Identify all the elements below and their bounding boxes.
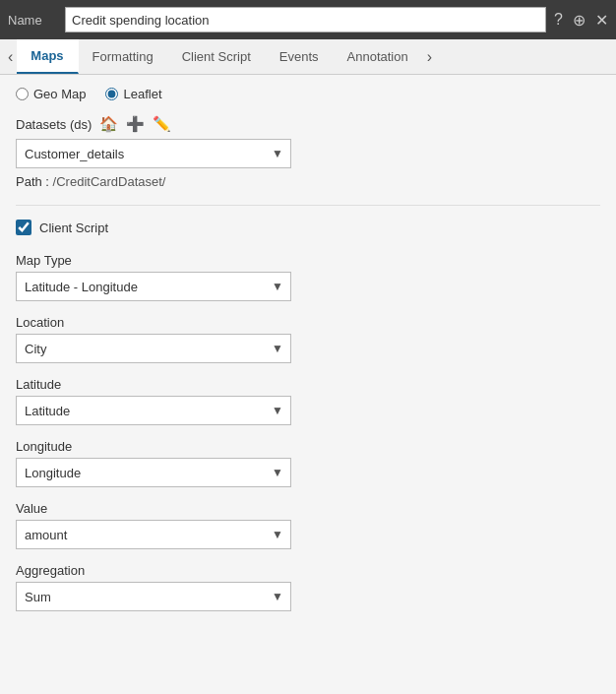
name-label: Name bbox=[8, 13, 57, 28]
datasets-row: Datasets (ds) 🏠 ➕ ✏️ bbox=[16, 115, 600, 133]
map-type-select-wrapper: Latitude - Longitude ▼ bbox=[16, 272, 291, 301]
leaflet-label: Leaflet bbox=[123, 87, 161, 101]
title-bar: Name ? ⊕ ✕ bbox=[0, 0, 616, 39]
value-select-wrapper: amount ▼ bbox=[16, 520, 291, 549]
map-type-label: Map Type bbox=[16, 253, 600, 268]
longitude-label: Longitude bbox=[16, 439, 600, 454]
aggregation-select[interactable]: Sum bbox=[16, 582, 291, 611]
longitude-group: Longitude Longitude ▼ bbox=[16, 439, 600, 487]
longitude-select[interactable]: Longitude bbox=[16, 458, 291, 487]
dataset-icon-group: 🏠 ➕ ✏️ bbox=[99, 115, 171, 133]
longitude-select-wrapper: Longitude ▼ bbox=[16, 458, 291, 487]
latitude-group: Latitude Latitude ▼ bbox=[16, 377, 600, 425]
latitude-select[interactable]: Latitude bbox=[16, 396, 291, 425]
geo-map-radio[interactable] bbox=[16, 88, 29, 100]
leaflet-radio[interactable] bbox=[105, 88, 118, 100]
main-content: Geo Map Leaflet Datasets (ds) 🏠 ➕ ✏️ Cus… bbox=[0, 75, 616, 694]
location-group: Location City ▼ bbox=[16, 315, 600, 363]
tab-events[interactable]: Events bbox=[266, 39, 334, 74]
datasets-select-wrapper: Customer_details ▼ bbox=[16, 139, 291, 168]
value-group: Value amount ▼ bbox=[16, 501, 600, 549]
path-row: Path : /CreditCardDataset/ bbox=[16, 174, 600, 189]
location-select-wrapper: City ▼ bbox=[16, 334, 291, 363]
datasets-label: Datasets (ds) bbox=[16, 117, 92, 132]
map-type-radio-row: Geo Map Leaflet bbox=[16, 87, 600, 101]
divider-1 bbox=[16, 205, 600, 206]
title-icons: ? ⊕ ✕ bbox=[554, 11, 608, 30]
leaflet-radio-item[interactable]: Leaflet bbox=[105, 87, 161, 101]
location-select[interactable]: City bbox=[16, 334, 291, 363]
map-type-group: Map Type Latitude - Longitude ▼ bbox=[16, 253, 600, 301]
map-type-select[interactable]: Latitude - Longitude bbox=[16, 272, 291, 301]
tab-maps[interactable]: Maps bbox=[17, 39, 78, 74]
move-icon[interactable]: ⊕ bbox=[573, 11, 585, 30]
client-script-checkbox[interactable] bbox=[16, 220, 31, 235]
path-value: /CreditCardDataset/ bbox=[53, 174, 166, 189]
aggregation-label: Aggregation bbox=[16, 563, 600, 578]
aggregation-group: Aggregation Sum ▼ bbox=[16, 563, 600, 611]
aggregation-select-wrapper: Sum ▼ bbox=[16, 582, 291, 611]
title-input[interactable] bbox=[65, 7, 546, 32]
client-script-label: Client Script bbox=[39, 221, 108, 235]
help-icon[interactable]: ? bbox=[554, 11, 563, 30]
tab-bar: ‹ Maps Formatting Client Script Events A… bbox=[0, 39, 616, 75]
value-select[interactable]: amount bbox=[16, 520, 291, 549]
add-dataset-icon[interactable]: ➕ bbox=[126, 115, 145, 133]
datasets-select[interactable]: Customer_details bbox=[16, 139, 291, 168]
location-label: Location bbox=[16, 315, 600, 330]
close-icon[interactable]: ✕ bbox=[595, 11, 608, 30]
path-label: Path : bbox=[16, 174, 49, 189]
tab-client-script[interactable]: Client Script bbox=[168, 39, 266, 74]
geo-map-label: Geo Map bbox=[33, 87, 86, 101]
latitude-label: Latitude bbox=[16, 377, 600, 392]
value-label: Value bbox=[16, 501, 600, 516]
edit-dataset-icon[interactable]: ✏️ bbox=[153, 115, 171, 133]
tab-nav-right[interactable]: › bbox=[423, 39, 436, 74]
client-script-row: Client Script bbox=[16, 220, 600, 235]
latitude-select-wrapper: Latitude ▼ bbox=[16, 396, 291, 425]
geo-map-radio-item[interactable]: Geo Map bbox=[16, 87, 86, 101]
tab-annotation[interactable]: Annotation bbox=[334, 39, 423, 74]
tab-formatting[interactable]: Formatting bbox=[79, 39, 168, 74]
tab-nav-left[interactable]: ‹ bbox=[4, 39, 17, 74]
home-icon[interactable]: 🏠 bbox=[99, 115, 118, 133]
